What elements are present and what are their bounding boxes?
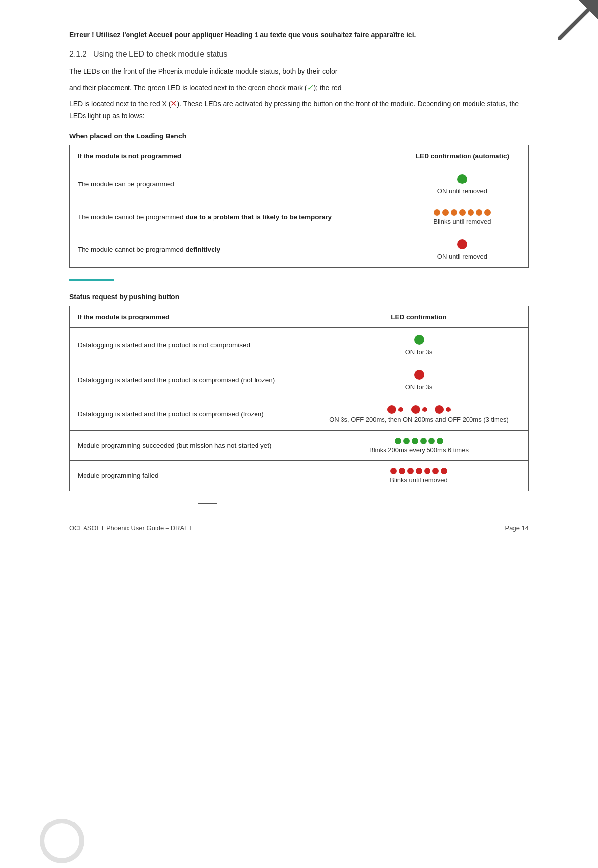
table2-row1-col1: Datalogging is started and the product i… [70,327,309,363]
blink-dot-large-1 [387,405,396,414]
gdot1 [395,438,401,444]
footer-text: OCEASOFT Phoenix User Guide – DRAFT [69,524,192,532]
table-row: Datalogging is started and the product i… [70,398,529,430]
rdot2 [399,468,405,474]
intro-text-2: and their placement. The green LED is lo… [69,81,529,94]
led-label-blinks-200ms: Blinks 200ms every 500ms 6 times [317,446,520,454]
table1-row2-col2: Blinks until removed [396,202,528,232]
table2-row4-col1: Module programming succeeded (but missio… [70,430,309,460]
table1-row1-col1: The module can be programmed [70,167,396,202]
dot2 [442,209,449,216]
table1-row1-col2: ON until removed [396,167,528,202]
rdot7 [441,468,447,474]
led-label-blinks-until-removed-1: Blinks until removed [404,218,520,225]
table-push-button: If the module is programmed LED confirma… [69,306,529,491]
red-dots-7 [317,468,520,474]
table1-header-col2: LED confirmation (automatic) [396,145,528,167]
logo-circle [40,819,84,863]
corner-slash-decoration [558,0,598,40]
green-led-solid [457,174,467,184]
led-label-on-3s-1: ON for 3s [317,348,520,356]
led-label-blinks-until-removed-2: Blinks until removed [317,476,520,484]
green-dots-6 [317,438,520,444]
table2-row2-col2: ON for 3s [309,363,529,398]
gdot2 [403,438,410,444]
led-label-on-3s-2: ON for 3s [317,383,520,391]
rdot4 [416,468,422,474]
led-label-blink-frozen: ON 3s, OFF 200ms, then ON 200ms and OFF … [317,416,520,423]
table2-row1-col2: ON for 3s [309,327,529,363]
blink-dot-small-3 [446,407,451,412]
dot3 [451,209,457,216]
dot7 [484,209,491,216]
gdot5 [428,438,435,444]
rdot1 [390,468,397,474]
error-heading: Erreur ! Utilisez l'onglet Accueil pour … [69,30,529,40]
table-row: The module cannot be programmed definiti… [70,232,529,267]
table-loading-bench: If the module is not programmed LED conf… [69,145,529,268]
orange-dots [404,209,520,216]
red-led-solid-2 [414,370,424,380]
gdot4 [420,438,427,444]
blink-dot-small-2 [422,407,427,412]
table2-row5-col2: Blinks until removed [309,460,529,491]
logo-inner [44,823,79,858]
table-row: The module cannot be programmed due to a… [70,202,529,232]
table2-header-col2: LED confirmation [309,306,529,327]
green-led-solid-2 [414,335,424,345]
table1-title: When placed on the Loading Bench [69,132,529,140]
table2-header-col1: If the module is programmed [70,306,309,327]
check-icon: ✓ [307,81,313,94]
blink-dot-small-1 [398,407,403,412]
table-row: Datalogging is started and the product i… [70,327,529,363]
rdot3 [407,468,414,474]
gdot6 [437,438,443,444]
dot4 [459,209,466,216]
led-label-on-until-removed-2: ON until removed [404,253,520,260]
intro-text-1: The LEDs on the front of the Phoenix mod… [69,66,529,78]
table2-title: Status request by pushing button [69,293,529,301]
table1-row3-col2: ON until removed [396,232,528,267]
gdot3 [412,438,418,444]
dot5 [468,209,474,216]
rdot6 [432,468,439,474]
table2-row3-col2: ON 3s, OFF 200ms, then ON 200ms and OFF … [309,398,529,430]
rdot5 [424,468,430,474]
table-row: Module programming succeeded (but missio… [70,430,529,460]
table-row: Datalogging is started and the product i… [70,363,529,398]
footer: OCEASOFT Phoenix User Guide – DRAFT Page… [69,524,529,532]
dot1 [434,209,440,216]
dot6 [476,209,482,216]
blink-dot-large-2 [411,405,420,414]
table2-row5-col1: Module programming failed [70,460,309,491]
dark-decorative-line [198,503,217,504]
intro-text-3: LED is located next to the red X (✕). Th… [69,97,529,122]
table2-row3-col1: Datalogging is started and the product i… [70,398,309,430]
table-row: The module can be programmed ON until re… [70,167,529,202]
section-number: 2.1.2 [69,50,87,58]
blink-dot-large-3 [435,405,444,414]
table1-row3-col1: The module cannot be programmed definiti… [70,232,396,267]
led-label-on-until-removed-1: ON until removed [404,187,520,195]
table-row: Module programming failed Blinks until r… [70,460,529,491]
teal-decorative-line [69,279,114,281]
section-heading: 2.1.2 Using the LED to check module stat… [69,50,529,59]
table2-row2-col1: Datalogging is started and the product i… [70,363,309,398]
table2-row4-col2: Blinks 200ms every 500ms 6 times [309,430,529,460]
table1-row2-col1: The module cannot be programmed due to a… [70,202,396,232]
footer-page: Page 14 [505,524,529,532]
blink-pattern-frozen [317,405,520,414]
section-title: Using the LED to check module status [93,50,227,58]
table1-header-col1: If the module is not programmed [70,145,396,167]
x-icon: ✕ [171,97,177,110]
red-led-solid-1 [457,239,467,249]
